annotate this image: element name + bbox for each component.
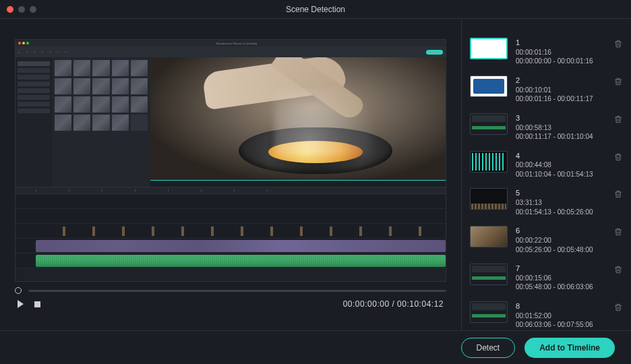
detect-button[interactable]: Detect — [461, 338, 516, 358]
scene-row[interactable]: 100:00:01:1600:00:00:00 - 00:00:01:16 — [470, 38, 626, 66]
scene-thumbnail[interactable] — [470, 301, 508, 323]
scene-duration: 00:01:52:00 — [516, 311, 605, 321]
scene-info: 700:00:15:0600:05:48:00 - 00:06:03:06 — [516, 264, 605, 292]
time-separator: / — [390, 299, 398, 309]
scene-info: 400:00:44:0800:01:10:04 - 00:01:54:13 — [516, 151, 605, 179]
scene-row[interactable]: 800:01:52:0000:06:03:06 - 00:07:55:06 — [470, 301, 626, 330]
scene-info: 503:31:1300:01:54:13 - 00:05:26:00 — [516, 188, 605, 216]
titlebar: Scene Detection — [0, 0, 631, 19]
scene-range: 00:05:48:00 - 00:06:03:06 — [516, 282, 605, 292]
scene-index: 8 — [516, 301, 605, 311]
scene-info: 800:01:52:0000:06:03:06 - 00:07:55:06 — [516, 301, 605, 330]
scene-duration: 00:00:15:06 — [516, 274, 605, 283]
time-display: 00:00:00:00 / 00:10:04:12 — [343, 299, 444, 309]
scene-thumbnail[interactable] — [470, 188, 508, 210]
scene-thumbnail[interactable] — [470, 264, 508, 285]
add-to-timeline-button[interactable]: Add to Timeline — [524, 338, 615, 358]
scene-row[interactable]: 600:00:22:0000:05:26:00 - 00:05:48:00 — [470, 226, 626, 254]
delete-scene-button[interactable] — [613, 265, 623, 274]
delete-scene-button[interactable] — [613, 189, 623, 199]
content: Wondershare Filmora 11 (untitled) ⌂•••••… — [0, 19, 631, 330]
scene-range: 00:01:10:04 - 00:01:54:13 — [516, 170, 605, 179]
scene-duration: 00:00:58:13 — [516, 123, 605, 133]
scene-range: 00:00:01:16 - 00:00:11:17 — [516, 94, 605, 104]
video-preview[interactable]: Wondershare Filmora 11 (untitled) ⌂•••••… — [15, 39, 446, 282]
scene-info: 100:00:01:1600:00:00:00 - 00:00:01:16 — [516, 38, 605, 66]
delete-scene-button[interactable] — [613, 303, 623, 312]
window-title: Scene Detection — [286, 5, 345, 14]
maximize-window-icon[interactable] — [30, 6, 36, 13]
scene-range: 00:05:26:00 - 00:05:48:00 — [516, 245, 605, 255]
scene-list[interactable]: 100:00:01:1600:00:00:00 - 00:00:01:16200… — [461, 19, 631, 330]
footer: Detect Add to Timeline — [0, 330, 631, 364]
close-window-icon[interactable] — [7, 6, 13, 13]
progress-track[interactable] — [28, 290, 446, 292]
window-controls — [7, 6, 36, 13]
scene-info: 200:00:10:0100:00:01:16 - 00:00:11:17 — [516, 75, 605, 104]
scene-thumbnail[interactable] — [470, 113, 508, 135]
scene-row[interactable]: 503:31:1300:01:54:13 - 00:05:26:00 — [470, 188, 626, 216]
scene-info: 300:00:58:1300:00:11:17 - 00:01:10:04 — [516, 113, 605, 142]
scene-row[interactable]: 400:00:44:0800:01:10:04 - 00:01:54:13 — [470, 151, 626, 179]
scene-index: 5 — [516, 188, 605, 198]
scene-index: 2 — [516, 75, 605, 86]
scene-range: 00:00:00:00 - 00:00:01:16 — [516, 57, 605, 66]
mock-app-title: Wondershare Filmora 11 (untitled) — [216, 42, 258, 45]
scene-index: 1 — [516, 38, 605, 48]
scene-duration: 00:00:10:01 — [516, 86, 605, 95]
mock-export-btn: Export — [426, 50, 443, 55]
scene-duration: 00:00:44:08 — [516, 160, 605, 170]
current-time: 00:00:00:00 — [343, 299, 390, 309]
delete-scene-button[interactable] — [613, 227, 623, 237]
play-button[interactable] — [18, 300, 24, 308]
scene-index: 7 — [516, 264, 605, 274]
delete-scene-button[interactable] — [613, 152, 623, 162]
stop-button[interactable] — [34, 301, 40, 307]
delete-scene-button[interactable] — [613, 39, 623, 49]
scene-row[interactable]: 700:00:15:0600:05:48:00 - 00:06:03:06 — [470, 264, 626, 292]
total-time: 00:10:04:12 — [397, 299, 444, 309]
scene-range: 00:00:11:17 - 00:01:10:04 — [516, 132, 605, 142]
scene-index: 4 — [516, 151, 605, 161]
playhead-marker-icon[interactable] — [15, 287, 22, 294]
scene-info: 600:00:22:0000:05:26:00 - 00:05:48:00 — [516, 226, 605, 254]
scene-index: 6 — [516, 226, 605, 236]
scene-thumbnail[interactable] — [470, 38, 508, 59]
scene-duration: 00:00:22:00 — [516, 236, 605, 245]
scene-thumbnail[interactable] — [470, 75, 508, 97]
scene-range: 00:01:54:13 - 00:05:26:00 — [516, 208, 605, 217]
scene-index: 3 — [516, 113, 605, 123]
scene-row[interactable]: 200:00:10:0100:00:01:16 - 00:00:11:17 — [470, 75, 626, 104]
delete-scene-button[interactable] — [613, 115, 623, 124]
delete-scene-button[interactable] — [613, 77, 623, 86]
scene-row[interactable]: 300:00:58:1300:00:11:17 - 00:01:10:04 — [470, 113, 626, 142]
preview-pane: Wondershare Filmora 11 (untitled) ⌂•••••… — [0, 19, 461, 330]
scene-thumbnail[interactable] — [470, 226, 508, 247]
scene-duration: 00:00:01:16 — [516, 48, 605, 57]
scene-range: 00:06:03:06 - 00:07:55:06 — [516, 320, 605, 330]
progress-bar[interactable] — [13, 287, 448, 294]
minimize-window-icon[interactable] — [18, 6, 25, 13]
playback-controls: 00:00:00:00 / 00:10:04:12 — [13, 294, 448, 309]
scene-duration: 03:31:13 — [516, 198, 605, 208]
scene-thumbnail[interactable] — [470, 151, 508, 173]
